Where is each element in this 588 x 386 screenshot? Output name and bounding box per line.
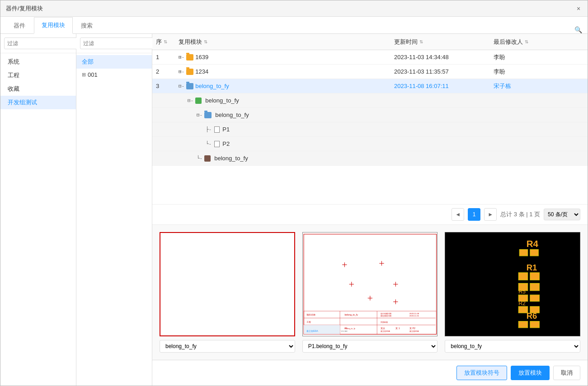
row1-module: ⊞- 1639	[179, 54, 394, 60]
author-sort-icon[interactable]: ⇅	[525, 39, 528, 44]
sidebar-item-devtest[interactable]: 开发组测试	[0, 96, 76, 109]
right-panel: 序 ⇅ 复用模块 ⇅ 更新时间 ⇅ 最后修改人 ⇅	[152, 34, 588, 386]
sidebar-item-system[interactable]: 系统	[0, 55, 76, 69]
row2-seq: 2	[156, 68, 179, 75]
svg-rect-55	[519, 321, 528, 328]
row4-module-name: belong_to_fy	[205, 97, 239, 104]
preview-canvas-1	[160, 232, 295, 336]
row3-module: ⊟- belong_to_fy	[179, 83, 394, 89]
row3-folder-icon	[186, 83, 193, 89]
svg-text:2023-11-01: 2023-11-01	[409, 315, 419, 317]
preview-label-1: belong_to_fy	[160, 340, 295, 353]
svg-text:页次: 页次	[381, 327, 385, 330]
row8-tree-prefix: └-	[197, 155, 202, 161]
svg-text:belong_to_fy: belong_to_fy	[344, 327, 355, 330]
preview-canvas-3: R4 R1 R5	[445, 232, 580, 336]
prev-page-button[interactable]: ◄	[452, 208, 464, 221]
sidebar-item-project[interactable]: 工程	[0, 69, 76, 82]
tab-reuse-module[interactable]: 复用模块	[34, 17, 73, 34]
place-module-button[interactable]: 放置模块	[511, 366, 550, 380]
per-page-select[interactable]: 50 条/页 20 条/页 100 条/页	[544, 209, 580, 220]
table-row[interactable]: 3 ⊟- belong_to_fy 2023-11-08 16:07:11 宋子…	[152, 79, 588, 93]
left-filter-bar: 🔍	[0, 34, 76, 53]
svg-rect-42	[530, 250, 538, 256]
svg-rect-44	[519, 273, 528, 280]
expand-icon-001: ⊞	[82, 72, 86, 78]
table-row[interactable]: ├- P1	[152, 122, 588, 137]
table-row[interactable]: ⊟- belong_to_fy	[152, 93, 588, 108]
middle-filter-input[interactable]	[80, 37, 154, 49]
place-symbol-button[interactable]: 放置模块符号	[456, 366, 507, 380]
th-seq: 序 ⇅	[156, 38, 179, 46]
page-info: 总计 3 条 | 1 页	[500, 210, 540, 219]
row7-module-name: P2	[222, 140, 230, 147]
row2-module-name: 1234	[195, 68, 208, 75]
svg-text:V1.0  A3: V1.0 A3	[341, 330, 348, 332]
th-module: 复用模块 ⇅	[179, 38, 394, 46]
preview-item-2: 项目名称 belong_to_fy 设计创建日期 最近修改日期 2023-11-…	[302, 232, 438, 353]
sidebar-item-favorites[interactable]: 收藏	[0, 82, 76, 96]
close-button[interactable]: ×	[575, 5, 582, 12]
table-row[interactable]: 2 ⊞- 1234 2023-11-03 11:35:57 李盼	[152, 65, 588, 79]
svg-rect-0	[303, 233, 437, 335]
preview-area: belong_to_fy	[152, 224, 588, 360]
row4-component-icon	[195, 98, 202, 104]
top-search-icon[interactable]: 🔍	[574, 26, 582, 33]
row1-folder-icon	[186, 54, 193, 60]
row5-tree-prefix: ⊟-	[197, 112, 202, 118]
main-window: 器件/复用模块 × 器件 复用模块 搜索 🔍 🔍 系统 工程 收藏 开发组测试	[0, 0, 588, 386]
preview-item-1: belong_to_fy	[160, 232, 295, 353]
module-sort-icon[interactable]: ⇅	[204, 39, 207, 44]
row8-module-name: belong_to_fy	[214, 155, 248, 162]
svg-text:R2: R2	[519, 300, 526, 307]
preview-item-3: R4 R1 R5	[445, 232, 580, 353]
tab-components[interactable]: 器件	[6, 18, 33, 33]
row4-tree-prefix: ⊟-	[188, 98, 193, 103]
sidebar-items: 系统 工程 收藏 开发组测试	[0, 53, 76, 386]
tab-search[interactable]: 搜索	[74, 18, 100, 33]
row8-pcb-icon	[204, 155, 211, 162]
update-sort-icon[interactable]: ⇅	[419, 39, 423, 44]
table-row[interactable]: └- P2	[152, 137, 588, 151]
middle-item-001-label: 001	[88, 71, 98, 78]
next-page-button[interactable]: ►	[484, 208, 497, 221]
svg-rect-47	[530, 283, 540, 290]
table-row[interactable]: ⊟- belong_to_fy	[152, 108, 588, 122]
middle-items: 全部 ⊞ 001	[76, 53, 152, 386]
schematic-svg: 项目名称 belong_to_fy 设计创建日期 最近修改日期 2023-11-…	[303, 233, 437, 336]
row2-author: 李盼	[494, 68, 584, 76]
svg-text:belong_to_fy: belong_to_fy	[344, 313, 358, 316]
table-body: 1 ⊞- 1639 2023-11-03 14:34:48 李盼 2 ⊞-	[152, 50, 588, 204]
middle-item-all[interactable]: 全部	[76, 55, 152, 69]
th-author: 最后修改人 ⇅	[494, 38, 584, 46]
window-title: 器件/复用模块	[6, 5, 43, 13]
th-update: 更新时间 ⇅	[394, 38, 494, 46]
preview-select-2[interactable]: P1.belong_to_fy	[302, 340, 438, 353]
row1-tree-prefix: ⊞-	[179, 54, 184, 60]
row6-module: ├- P1	[179, 126, 394, 133]
preview-select-3[interactable]: belong_to_fy	[445, 340, 580, 353]
left-sidebar: 🔍 系统 工程 收藏 开发组测试	[0, 34, 76, 386]
row4-module: ⊟- belong_to_fy	[179, 97, 394, 104]
left-filter-input[interactable]	[4, 37, 78, 49]
svg-text:页  1: 页 1	[395, 327, 400, 330]
svg-rect-39	[445, 233, 580, 335]
preview-select-1[interactable]: belong_to_fy	[160, 340, 295, 353]
row2-folder-icon	[186, 69, 193, 75]
row5-module: ⊟- belong_to_fy	[179, 112, 394, 118]
row2-module: ⊞- 1234	[179, 68, 394, 75]
row7-tree-prefix: └-	[206, 141, 212, 147]
row5-module-name: belong_to_fy	[215, 112, 249, 118]
svg-rect-56	[530, 321, 540, 328]
seq-sort-icon[interactable]: ⇅	[164, 39, 167, 44]
middle-item-001[interactable]: ⊞ 001	[76, 69, 152, 81]
table-row[interactable]: └- belong_to_fy	[152, 151, 588, 166]
svg-text:嘉立创EDA: 嘉立创EDA	[306, 330, 318, 332]
preview-label-3: belong_to_fy	[445, 340, 580, 353]
svg-text:嘉立创EDA: 嘉立创EDA	[381, 330, 390, 332]
tab-bar: 器件 复用模块 搜索 🔍	[0, 17, 588, 34]
table-row[interactable]: 1 ⊞- 1639 2023-11-03 14:34:48 李盼	[152, 50, 588, 65]
middle-panel: 🔍 全部 ⊞ 001	[76, 34, 152, 386]
page-1-button[interactable]: 1	[468, 208, 480, 221]
cancel-button[interactable]: 取消	[553, 366, 580, 380]
